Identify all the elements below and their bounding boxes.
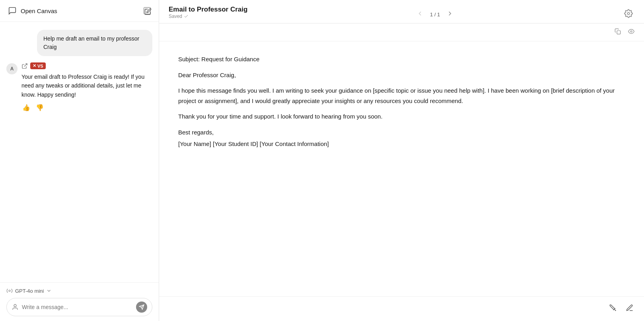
send-icon (139, 304, 144, 310)
eye-icon (628, 28, 634, 35)
tool-badge-label: VS (37, 64, 43, 68)
svg-point-5 (627, 12, 630, 15)
wand-button[interactable] (607, 302, 619, 316)
svg-rect-6 (617, 31, 621, 34)
settings-button[interactable] (623, 8, 634, 21)
left-header-left: Open Canvas (8, 6, 57, 15)
assistant-message-wrapper: A ✕ VS Your email draft to Professor Cra… (6, 62, 152, 112)
email-signature: [Your Name] [Your Student ID] [Your Cont… (178, 139, 625, 149)
nav-prev-button[interactable] (415, 8, 425, 21)
saved-text: Saved (169, 14, 182, 19)
thumbs-down-button[interactable]: 👎 (35, 103, 45, 112)
assistant-message-body: ✕ VS Your email draft to Professor Craig… (21, 62, 152, 112)
edit-icon (626, 304, 634, 312)
chevron-down-icon (46, 288, 52, 294)
right-header-left: Email to Professor Craig Saved (169, 6, 247, 23)
canvas-title: Email to Professor Craig (169, 6, 247, 14)
user-icon (12, 303, 19, 311)
right-footer (159, 296, 644, 321)
app-title: Open Canvas (21, 8, 57, 14)
email-salutation: Dear Professor Craig, (178, 70, 625, 80)
email-closing: Best regards, (178, 127, 625, 138)
left-header: Open Canvas (0, 0, 159, 22)
svg-point-7 (630, 31, 632, 32)
svg-point-1 (9, 290, 10, 292)
right-header-right (623, 8, 634, 21)
nav-next-button[interactable] (445, 8, 455, 21)
model-icon (6, 288, 13, 294)
external-link-icon[interactable] (21, 63, 28, 69)
eye-button[interactable] (626, 27, 636, 38)
model-selector[interactable]: GPT-4o mini (6, 288, 152, 294)
new-chat-button[interactable] (144, 7, 151, 14)
right-panel: Email to Professor Craig Saved 1 / 1 (159, 0, 644, 321)
avatar: A (6, 63, 18, 74)
tool-badge-icon: ✕ (33, 63, 36, 68)
right-header: Email to Professor Craig Saved 1 / 1 (159, 0, 644, 23)
arrow-right-icon (446, 10, 453, 17)
user-message-wrapper: Help me draft an email to my professor C… (6, 30, 152, 56)
copy-button[interactable] (613, 27, 623, 38)
message-input-row (6, 298, 152, 316)
canvas-toolbar (159, 23, 644, 41)
assistant-text: Your email draft to Professor Craig is r… (21, 72, 152, 99)
user-message-bubble: Help me draft an email to my professor C… (37, 30, 152, 56)
send-button[interactable] (136, 302, 147, 313)
left-panel: Open Canvas Help me draft an email to my… (0, 0, 159, 321)
wand-icon (609, 304, 617, 312)
feedback-row: 👍 👎 (21, 103, 152, 112)
canvas-content: Subject: Request for Guidance Dear Profe… (159, 41, 644, 296)
chat-icon (8, 6, 17, 15)
page-indicator: 1 / 1 (430, 12, 440, 18)
saved-row: Saved (169, 14, 247, 23)
gear-icon (624, 9, 633, 18)
messages-area: Help me draft an email to my professor C… (0, 22, 159, 282)
email-subject: Subject: Request for Guidance (178, 54, 625, 64)
tool-badge: ✕ VS (30, 62, 46, 69)
email-body-para-2: Thank you for your time and support. I l… (178, 111, 625, 122)
thumbs-up-button[interactable]: 👍 (21, 103, 31, 112)
message-input[interactable] (22, 304, 133, 310)
check-icon (184, 14, 189, 19)
model-name: GPT-4o mini (15, 288, 44, 294)
copy-icon (615, 28, 621, 35)
email-body-para-1: I hope this message finds you well. I am… (178, 86, 625, 106)
right-header-center: 1 / 1 (415, 8, 455, 21)
left-footer: GPT-4o mini (0, 282, 159, 321)
svg-point-2 (14, 304, 16, 307)
edit-button[interactable] (623, 302, 636, 316)
svg-line-0 (24, 64, 27, 66)
assistant-action-row: ✕ VS (21, 62, 152, 69)
user-message-text: Help me draft an email to my professor C… (43, 35, 139, 50)
arrow-left-icon (416, 10, 424, 17)
